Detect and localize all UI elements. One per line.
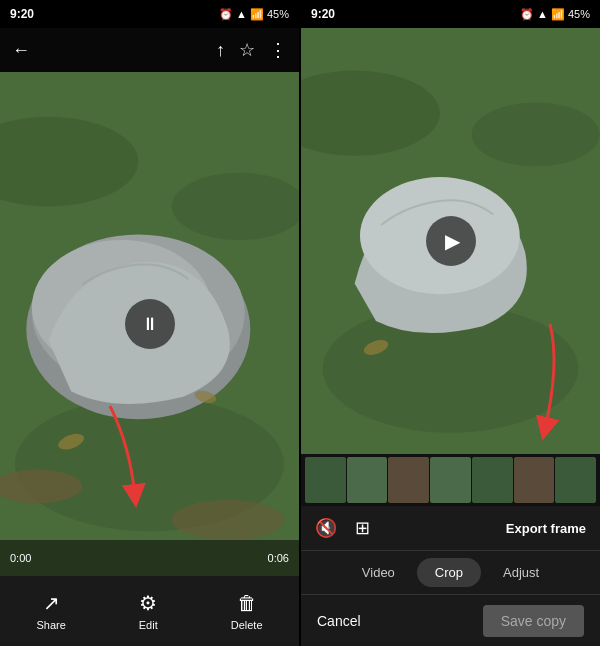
right-battery-text: 45% [568, 8, 590, 20]
left-panel: 9:20 ⏰ ▲ 📶 45% ← ↑ ☆ ⋮ [0, 0, 299, 646]
right-panel: 9:20 ⏰ ▲ 📶 45% ▶ [301, 0, 600, 646]
back-button[interactable]: ← [12, 40, 30, 61]
filmstrip-frame [472, 457, 513, 503]
delete-icon: 🗑 [237, 592, 257, 615]
delete-button[interactable]: 🗑 Delete [231, 592, 263, 631]
signal-icon: 📶 [250, 8, 264, 21]
export-frame-button[interactable]: Export frame [506, 521, 586, 536]
right-play-button[interactable]: ▶ [426, 216, 476, 266]
volume-icon[interactable]: 🔇 [315, 517, 337, 539]
video-progress-bar: 0:00 0:06 [0, 540, 299, 576]
right-tools-bar: 🔇 ⊞ Export frame [301, 506, 600, 550]
upload-icon[interactable]: ↑ [216, 40, 225, 61]
right-status-time: 9:20 [311, 7, 335, 21]
right-video-area[interactable]: ▶ [301, 28, 600, 454]
left-status-bar: 9:20 ⏰ ▲ 📶 45% [0, 0, 299, 28]
time-start: 0:00 [10, 552, 31, 564]
delete-label: Delete [231, 619, 263, 631]
left-status-icons: ⏰ ▲ 📶 45% [219, 8, 289, 21]
tab-video[interactable]: Video [344, 558, 413, 587]
right-wifi-icon: ▲ [537, 8, 548, 20]
star-icon[interactable]: ☆ [239, 39, 255, 61]
right-play-icon: ▶ [445, 229, 460, 253]
tab-bar: Video Crop Adjust [301, 550, 600, 594]
right-alarm-icon: ⏰ [520, 8, 534, 21]
filmstrip-frame [347, 457, 388, 503]
alarm-icon: ⏰ [219, 8, 233, 21]
tab-crop[interactable]: Crop [417, 558, 481, 587]
cancel-button[interactable]: Cancel [317, 613, 361, 629]
left-bottom-bar: ↗ Share ⚙ Edit 🗑 Delete [0, 576, 299, 646]
share-icon: ↗ [43, 591, 60, 615]
edit-label: Edit [139, 619, 158, 631]
battery-text: 45% [267, 8, 289, 20]
filmstrip-frame [430, 457, 471, 503]
filmstrip[interactable] [301, 454, 600, 506]
edit-icon: ⚙ [139, 591, 157, 615]
toolbar-right-icons: ↑ ☆ ⋮ [216, 39, 287, 61]
save-copy-button[interactable]: Save copy [483, 605, 584, 637]
bottom-edit-bar: Cancel Save copy [301, 594, 600, 646]
edit-button[interactable]: ⚙ Edit [139, 591, 158, 631]
right-signal-icon: 📶 [551, 8, 565, 21]
share-label: Share [36, 619, 65, 631]
filmstrip-frame [514, 457, 555, 503]
frame-icon[interactable]: ⊞ [355, 517, 370, 539]
share-button[interactable]: ↗ Share [36, 591, 65, 631]
svg-point-13 [472, 103, 600, 167]
right-status-bar: 9:20 ⏰ ▲ 📶 45% [301, 0, 600, 28]
left-video-area[interactable]: ⏸ 0:00 0:06 [0, 72, 299, 576]
filmstrip-frame [388, 457, 429, 503]
left-status-time: 9:20 [10, 7, 34, 21]
right-status-icons: ⏰ ▲ 📶 45% [520, 8, 590, 21]
tab-adjust[interactable]: Adjust [485, 558, 557, 587]
wifi-icon: ▲ [236, 8, 247, 20]
left-app-toolbar: ← ↑ ☆ ⋮ [0, 28, 299, 72]
filmstrip-frame [305, 457, 346, 503]
tools-left: 🔇 ⊞ [315, 517, 370, 539]
pause-icon: ⏸ [141, 314, 159, 335]
pause-button[interactable]: ⏸ [125, 299, 175, 349]
menu-icon[interactable]: ⋮ [269, 39, 287, 61]
filmstrip-frame [555, 457, 596, 503]
time-end: 0:06 [268, 552, 289, 564]
svg-point-8 [172, 500, 284, 540]
